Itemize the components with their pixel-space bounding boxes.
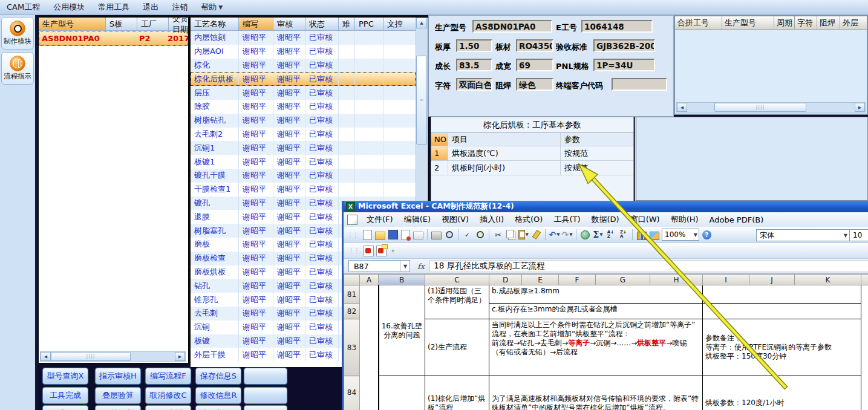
cell-i-note[interactable]: 参数备注： 等离子：使用PTFE沉铜前的等离子参数 烘板整平：150度30分钟	[703, 319, 861, 376]
scrollbar-track[interactable]	[806, 103, 855, 112]
excel-menu-item[interactable]: 格式(O)	[509, 214, 548, 225]
excel-menu-item[interactable]: 帮助(H)	[665, 214, 704, 225]
write-flow-button[interactable]: 编写流程F	[145, 368, 191, 385]
sort-ascending-icon[interactable]: A↓Z	[605, 230, 616, 240]
cell-c-flow[interactable]: (2)生产流程	[425, 319, 489, 376]
save-info-button[interactable]: 保存信息S	[195, 368, 241, 385]
process-table-row[interactable]: 镀孔干膜 谢昭平 谢昭平 已审核	[191, 169, 416, 183]
ppc-audit-button[interactable]: PPC审核	[145, 405, 191, 410]
zoom-select[interactable]: 100% ▼	[662, 229, 699, 241]
order-number-button[interactable]: 调单号入	[95, 405, 141, 410]
acceptance-standard-field[interactable]: GJB362B-2009	[593, 39, 655, 52]
legend-field[interactable]: 双面白色	[456, 78, 492, 91]
parameter-row[interactable]: 2 烘板时间(小时) 按规范	[431, 161, 633, 175]
menu-logout[interactable]: 注销	[165, 0, 194, 15]
column-header-cycle[interactable]: 周期	[774, 16, 795, 30]
column-header-k[interactable]: K	[795, 275, 861, 285]
column-header-i[interactable]: I	[703, 275, 749, 285]
column-header-outer-layer[interactable]: 外层	[840, 16, 867, 30]
cell-a81[interactable]	[360, 285, 379, 304]
sort-descending-icon[interactable]: Z↓A	[618, 230, 628, 240]
blank-button[interactable]	[244, 405, 287, 410]
copy-icon[interactable]	[506, 230, 516, 240]
excel-menu-item[interactable]: 数据(D)	[586, 214, 625, 225]
toolbar-handle[interactable]: ⋮⋮	[347, 232, 358, 238]
column-header-combine-job[interactable]: 合拼工号	[675, 16, 722, 30]
cell-i-bake[interactable]: 烘板参数：120度/1小时	[703, 376, 861, 410]
excel-menu-item[interactable]: 文件(F)	[361, 214, 399, 225]
toolbar-options-icon[interactable]: ▾	[391, 247, 394, 254]
scroll-right-icon[interactable]: ▶	[175, 352, 185, 361]
scrollbar-track[interactable]	[131, 352, 175, 361]
process-table-row[interactable]: 除胶 谢昭平 谢昭平 已审核	[191, 100, 416, 114]
cut-icon[interactable]: ✂	[493, 230, 503, 240]
pnl-spec-field[interactable]: 1P=34U	[593, 59, 655, 71]
excel-menu-item[interactable]: 窗口(W)	[625, 214, 665, 225]
hyperlink-icon[interactable]	[580, 230, 590, 240]
column-header-sboard[interactable]: S板	[106, 18, 137, 31]
column-header-status[interactable]: 状态	[305, 18, 339, 31]
model-table-row[interactable]: AS8DN01PA0 P2 2017/12/3	[39, 31, 188, 46]
scroll-up-icon[interactable]: ▲	[416, 18, 427, 28]
email-icon[interactable]	[413, 230, 423, 240]
column-header-date[interactable]: 交货日期	[169, 18, 188, 31]
panel-length-field[interactable]: 83.5	[456, 59, 492, 71]
name-box[interactable]: B87 ▼	[348, 260, 410, 272]
cell-a82[interactable]	[360, 304, 379, 319]
column-header-a[interactable]: A	[360, 275, 379, 285]
blank-button[interactable]	[244, 368, 287, 385]
horizontal-scrollbar[interactable]: ◀ |||| ▶	[676, 102, 866, 112]
excel-menu-item[interactable]: 视图(V)	[436, 214, 474, 225]
excel-menu-item[interactable]: 编辑(E)	[399, 214, 436, 225]
save-icon[interactable]	[388, 230, 398, 240]
cell-a84[interactable]	[360, 376, 379, 410]
font-size-select[interactable]: 10	[849, 229, 868, 241]
font-name-select[interactable]: 宋体 ▼	[756, 229, 850, 241]
new-icon[interactable]	[362, 230, 373, 240]
column-header-d[interactable]: D	[489, 275, 522, 285]
insert-function-icon[interactable]: fx	[417, 262, 425, 271]
column-header-writer[interactable]: 编写	[239, 18, 273, 31]
scrollbar-track[interactable]	[416, 28, 427, 56]
scroll-right-icon[interactable]: ▶	[855, 103, 865, 112]
cell-i81[interactable]	[703, 285, 861, 304]
undo-icon[interactable]: ↶▼	[549, 230, 560, 240]
scroll-left-icon[interactable]: ◀	[41, 352, 51, 361]
sidebar-item-flow-guide[interactable]: 流程指示	[1, 52, 34, 85]
instruction-audit-button[interactable]: 指示审核H	[95, 368, 141, 385]
process-table-row[interactable]: 内层AOI 谢昭平 谢昭平 已审核	[191, 45, 416, 59]
research-icon[interactable]	[475, 230, 485, 240]
pdf-email-icon[interactable]	[376, 246, 387, 256]
autosum-icon[interactable]: Σ▼	[593, 230, 603, 240]
sidebar-item-make-module[interactable]: 制作模块	[1, 17, 34, 50]
column-header-h[interactable]: H	[650, 275, 703, 285]
board-thickness-field[interactable]: 1.50	[456, 39, 492, 52]
cancel-edit-button[interactable]: 取消修改C	[145, 387, 191, 404]
cell-partial[interactable]	[861, 285, 868, 304]
excel-menu-item[interactable]: 插入(I)	[474, 214, 509, 225]
chevron-down-icon[interactable]: ▼	[218, 4, 223, 10]
chevron-down-icon[interactable]: ▼	[400, 261, 410, 272]
scroll-left-icon[interactable]: ◀	[677, 103, 687, 112]
horizontal-scrollbar[interactable]: ◀ |||| ▶	[40, 351, 186, 362]
process-table-row[interactable]: 层压 谢昭平 谢昭平 已审核	[191, 86, 416, 100]
formula-input[interactable]: 18 厚孔径比或厚板的工艺流程	[429, 260, 868, 272]
column-header-f[interactable]: F	[559, 275, 596, 285]
process-table-row[interactable]: 干膜检查1 谢昭平 谢昭平 已审核	[191, 183, 416, 197]
paste-icon[interactable]: ▼	[518, 230, 529, 240]
redo-icon[interactable]: ↷▼	[562, 230, 572, 240]
column-header-g[interactable]: G	[596, 275, 650, 285]
cell-i82[interactable]	[703, 304, 861, 319]
process-table-row[interactable]: 树脂钻孔 谢昭平 谢昭平 已审核	[191, 114, 416, 128]
scrollbar-thumb[interactable]: ||||	[714, 103, 806, 112]
model-query-button[interactable]: 型号查询X	[42, 368, 88, 385]
chart-wizard-icon[interactable]	[636, 230, 647, 240]
column-header-doc-control[interactable]: 文控	[383, 18, 416, 31]
menu-exit[interactable]: 退出	[136, 0, 165, 15]
menu-cam-engineering[interactable]: CAM工程	[0, 0, 47, 15]
tool-complete-button[interactable]: 工具完成	[42, 387, 88, 404]
cell-d-condition-c[interactable]: c.板内存在≥3mm的金属孔或者金属槽	[489, 304, 703, 319]
menu-common-tools[interactable]: 常用工具	[91, 0, 136, 15]
process-table-row[interactable]: 去毛刺2 谢昭平 谢昭平 已审核	[191, 128, 416, 142]
stackup-check-button[interactable]: 叠层验算	[95, 387, 141, 404]
